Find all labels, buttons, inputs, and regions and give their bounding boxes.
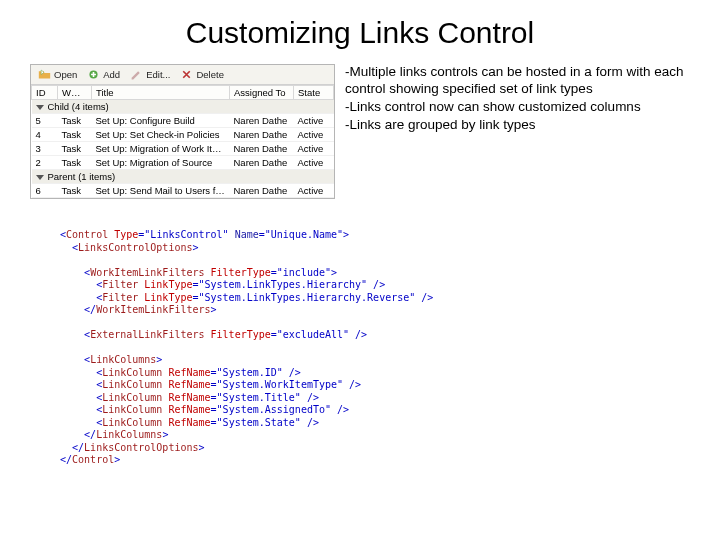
add-button[interactable]: Add <box>84 67 123 82</box>
open-label: Open <box>54 69 77 80</box>
slide-title: Customizing Links Control <box>30 16 690 50</box>
edit-icon <box>130 68 143 81</box>
chevron-down-icon <box>36 175 44 180</box>
bullet-2: -Links control now can show customized c… <box>345 99 690 116</box>
table-row[interactable]: 5TaskSet Up: Configure BuildNaren DatheA… <box>32 114 334 128</box>
add-icon <box>87 68 100 81</box>
col-title[interactable]: Title <box>92 86 230 100</box>
open-button[interactable]: Open <box>35 67 80 82</box>
bullet-text: -Multiple links controls can be hosted i… <box>345 64 690 135</box>
group-child[interactable]: Child (4 items) <box>32 100 334 114</box>
delete-button[interactable]: Delete <box>177 67 226 82</box>
col-state[interactable]: State <box>294 86 334 100</box>
col-w[interactable]: W… <box>58 86 92 100</box>
xml-snippet: <Control Type="LinksControl" Name="Uniqu… <box>60 229 690 467</box>
group-parent[interactable]: Parent (1 items) <box>32 170 334 184</box>
links-toolbar: Open Add Edit... Delete <box>31 65 334 85</box>
table-row[interactable]: 4TaskSet Up: Set Check-in PoliciesNaren … <box>32 128 334 142</box>
col-assigned[interactable]: Assigned To <box>230 86 294 100</box>
open-icon <box>38 68 51 81</box>
delete-icon <box>180 68 193 81</box>
table-header-row: ID W… Title Assigned To State <box>32 86 334 100</box>
bullet-1: -Multiple links controls can be hosted i… <box>345 64 690 98</box>
chevron-down-icon <box>36 105 44 110</box>
links-control-panel: Open Add Edit... Delete ID <box>30 64 335 199</box>
delete-label: Delete <box>196 69 223 80</box>
edit-button[interactable]: Edit... <box>127 67 173 82</box>
edit-label: Edit... <box>146 69 170 80</box>
add-label: Add <box>103 69 120 80</box>
col-id[interactable]: ID <box>32 86 58 100</box>
table-row[interactable]: 3TaskSet Up: Migration of Work It…Naren … <box>32 142 334 156</box>
bullet-3: -Links are grouped by link types <box>345 117 690 134</box>
table-row[interactable]: 2TaskSet Up: Migration of SourceNaren Da… <box>32 156 334 170</box>
links-table: ID W… Title Assigned To State Child (4 i… <box>31 85 334 198</box>
table-row[interactable]: 6TaskSet Up: Send Mail to Users f…Naren … <box>32 184 334 198</box>
